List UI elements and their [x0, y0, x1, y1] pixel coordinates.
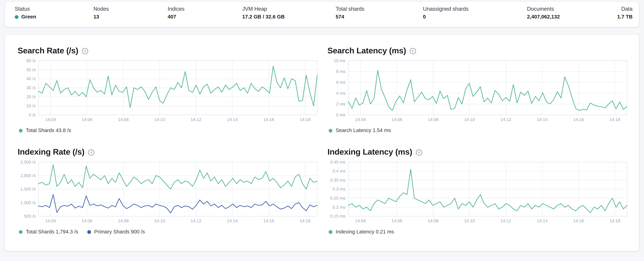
legend-label: Indexing Latency 0.21 ms: [336, 229, 394, 235]
chart-search-rate-legend: Total Shards 43.8 /s: [16, 128, 318, 133]
y-axis-tick-label: 4 ms: [336, 91, 346, 96]
stat-nodes: Nodes 13: [94, 5, 168, 20]
legend-dot-icon: [329, 129, 332, 132]
legend-item: Total Shards 1,794.3 /s: [19, 229, 78, 235]
legend-item: Search Latency 1.54 ms: [329, 128, 391, 133]
legend-item: Primary Shards 900 /s: [87, 229, 145, 235]
info-icon[interactable]: i: [410, 48, 416, 54]
stat-nodes-label: Nodes: [94, 5, 168, 12]
info-icon[interactable]: i: [82, 48, 88, 54]
series-line: [38, 165, 317, 189]
y-axis-tick-label: 8 ms: [336, 69, 346, 74]
y-axis-tick-label: 30 /s: [26, 85, 36, 90]
y-axis-tick-label: 0.35 ms: [330, 178, 346, 182]
chart-indexing-latency-legend: Indexing Latency 0.21 ms: [326, 229, 628, 235]
y-axis-tick-label: 0 ms: [336, 112, 346, 117]
y-axis-tick-label: 0.45 ms: [330, 160, 346, 164]
x-axis-tick-label: 14:08: [428, 117, 439, 122]
y-axis-tick-label: 2 ms: [336, 102, 346, 106]
chart-search-rate-canvas[interactable]: 0 /s10 /s20 /s30 /s40 /s50 /s60 /s14:041…: [16, 59, 318, 123]
x-axis-tick-label: 14:04: [355, 218, 366, 223]
stat-indices-value: 407: [168, 14, 242, 20]
x-axis-tick-label: 14:16: [263, 117, 274, 122]
x-axis-tick-label: 14:18: [300, 218, 310, 223]
stat-total-shards-label: Total shards: [336, 5, 423, 12]
y-axis-tick-label: 50 /s: [26, 67, 36, 72]
stat-data-size-label: Data: [617, 5, 632, 12]
y-axis-tick-label: 0 /s: [29, 112, 36, 117]
chart-indexing-rate-title: Indexing Rate (/s): [18, 146, 84, 157]
x-axis-tick-label: 14:08: [118, 218, 129, 223]
y-axis-tick-label: 20 /s: [26, 94, 36, 99]
metrics-panel: Search Rate (/s) i 0 /s10 /s20 /s30 /s40…: [5, 35, 639, 251]
x-axis-tick-label: 14:16: [573, 218, 584, 223]
x-axis-tick-label: 14:06: [82, 117, 92, 122]
x-axis-tick-label: 14:14: [537, 218, 548, 223]
y-axis-tick-label: 1,000 /s: [20, 200, 36, 205]
y-axis-tick-label: 2,500 /s: [20, 160, 36, 164]
stat-indices-label: Indices: [168, 5, 242, 12]
chart-indexing-rate: Indexing Rate (/s) i 500 /s1,000 /s1,500…: [16, 146, 318, 235]
info-icon[interactable]: i: [88, 149, 94, 155]
x-axis-tick-label: 14:04: [355, 117, 366, 122]
chart-indexing-latency: Indexing Latency (ms) i 0.15 ms0.2 ms0.2…: [326, 146, 628, 235]
legend-dot-icon: [19, 129, 22, 132]
x-axis-tick-label: 14:14: [227, 218, 238, 223]
x-axis-tick-label: 14:10: [154, 117, 165, 122]
x-axis-tick-label: 14:18: [300, 117, 310, 122]
x-axis-tick-label: 14:04: [45, 218, 56, 223]
legend-label: Total Shards 1,794.3 /s: [26, 229, 78, 235]
stat-documents: Documents 2,407,062,132: [527, 5, 617, 20]
series-line: [348, 71, 627, 111]
y-axis-tick-label: 0.15 ms: [330, 214, 346, 218]
series-line: [38, 195, 317, 213]
chart-search-latency: Search Latency (ms) i 0 ms2 ms4 ms6 ms8 …: [326, 45, 628, 133]
y-axis-tick-label: 0.4 ms: [332, 168, 346, 173]
chart-indexing-latency-canvas[interactable]: 0.15 ms0.2 ms0.25 ms0.3 ms0.35 ms0.4 ms0…: [326, 160, 628, 225]
chart-indexing-latency-title: Indexing Latency (ms): [328, 146, 412, 157]
x-axis-tick-label: 14:14: [227, 117, 238, 122]
x-axis-tick-label: 14:12: [500, 218, 511, 223]
stat-total-shards-value: 574: [336, 14, 423, 20]
y-axis-tick-label: 0.2 ms: [332, 205, 346, 209]
x-axis-tick-label: 14:12: [500, 117, 511, 122]
x-axis-tick-label: 14:12: [191, 117, 202, 122]
series-line: [348, 169, 627, 213]
x-axis-tick-label: 14:10: [464, 117, 475, 122]
x-axis-tick-label: 14:04: [45, 117, 56, 122]
legend-dot-icon: [87, 230, 91, 233]
chart-search-latency-legend: Search Latency 1.54 ms: [326, 128, 628, 133]
info-icon[interactable]: i: [416, 149, 422, 155]
chart-indexing-rate-legend: Total Shards 1,794.3 /sPrimary Shards 90…: [16, 229, 318, 235]
y-axis-tick-label: 2,000 /s: [20, 173, 36, 178]
x-axis-tick-label: 14:18: [610, 117, 620, 122]
stat-documents-label: Documents: [527, 5, 617, 12]
y-axis-tick-label: 10 /s: [26, 103, 36, 108]
health-status-green-icon: [15, 15, 18, 19]
y-axis-tick-label: 10 ms: [334, 59, 346, 63]
legend-label: Search Latency 1.54 ms: [336, 128, 391, 133]
chart-search-latency-title: Search Latency (ms): [328, 45, 406, 56]
legend-dot-icon: [329, 230, 332, 233]
x-axis-tick-label: 14:14: [537, 117, 548, 122]
chart-grid: Search Rate (/s) i 0 /s10 /s20 /s30 /s40…: [16, 45, 628, 235]
stat-data-size: Data 1.7 TB: [617, 5, 632, 20]
x-axis-tick-label: 14:08: [428, 218, 439, 223]
stat-data-size-value: 1.7 TB: [617, 14, 632, 20]
stat-nodes-value: 13: [94, 14, 168, 20]
stat-jvm-heap-value: 17.2 GB / 32.6 GB: [242, 14, 336, 20]
stat-unassigned-shards-value: 0: [423, 14, 527, 20]
chart-indexing-rate-canvas[interactable]: 500 /s1,000 /s1,500 /s2,000 /s2,500 /s14…: [16, 160, 318, 225]
stat-status-value: Green: [21, 14, 36, 20]
legend-label: Primary Shards 900 /s: [94, 229, 145, 235]
stat-total-shards: Total shards 574: [336, 5, 423, 20]
stat-unassigned-shards-label: Unassigned shards: [423, 5, 527, 12]
y-axis-tick-label: 60 /s: [26, 59, 36, 63]
y-axis-tick-label: 1,500 /s: [20, 187, 36, 191]
x-axis-tick-label: 14:10: [154, 218, 165, 223]
x-axis-tick-label: 14:08: [118, 117, 129, 122]
chart-search-rate: Search Rate (/s) i 0 /s10 /s20 /s30 /s40…: [16, 45, 318, 133]
chart-search-latency-canvas[interactable]: 0 ms2 ms4 ms6 ms8 ms10 ms14:0414:0614:08…: [326, 59, 628, 123]
stat-indices: Indices 407: [168, 5, 242, 20]
stat-status: Status Green: [15, 5, 94, 20]
